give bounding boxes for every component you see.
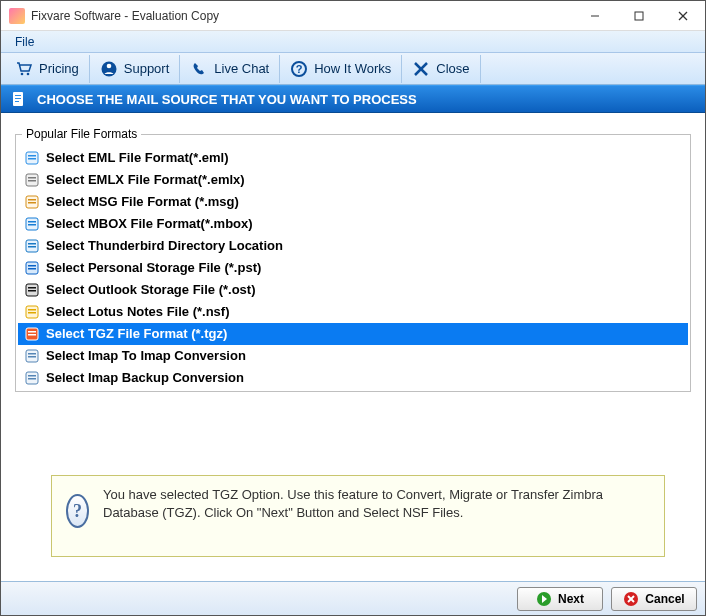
file-format-icon: [24, 304, 40, 320]
svg-rect-38: [28, 309, 36, 311]
format-option-label: Select Personal Storage File (*.pst): [46, 259, 261, 277]
maximize-button[interactable]: [617, 2, 661, 30]
format-option[interactable]: Select MBOX File Format(*.mbox): [18, 213, 688, 235]
format-option-label: Select Thunderbird Directory Location: [46, 237, 283, 255]
minimize-button[interactable]: [573, 2, 617, 30]
minimize-icon: [590, 11, 600, 21]
format-option[interactable]: Select EMLX File Format(*.emlx): [18, 169, 688, 191]
x-icon: [412, 60, 430, 78]
cancel-button-label: Cancel: [645, 592, 684, 606]
format-option[interactable]: Select Imap To Imap Conversion: [18, 345, 688, 367]
svg-rect-41: [28, 331, 36, 333]
svg-rect-15: [15, 101, 19, 102]
svg-text:?: ?: [296, 63, 303, 75]
support-icon: [100, 60, 118, 78]
formats-legend: Popular File Formats: [22, 127, 141, 141]
next-arrow-icon: [536, 591, 552, 607]
svg-rect-21: [28, 180, 36, 182]
format-option-label: Select Lotus Notes File (*.nsf): [46, 303, 229, 321]
phone-icon: [190, 60, 208, 78]
format-option[interactable]: Select Imap Backup Conversion: [18, 367, 688, 389]
toolbar-howitworks[interactable]: ? How It Works: [280, 55, 402, 83]
footer: Next Cancel: [1, 581, 705, 615]
file-format-icon: [24, 194, 40, 210]
svg-rect-17: [28, 155, 36, 157]
titlebar: Fixvare Software - Evaluation Copy: [1, 1, 705, 31]
file-format-icon: [24, 172, 40, 188]
toolbar-close[interactable]: Close: [402, 55, 480, 83]
file-format-icon: [24, 238, 40, 254]
app-window: Fixvare Software - Evaluation Copy File …: [0, 0, 706, 616]
svg-rect-27: [28, 224, 36, 226]
svg-rect-30: [28, 246, 36, 248]
format-option[interactable]: Select TGZ File Format (*.tgz): [18, 323, 688, 345]
info-icon: ?: [66, 494, 89, 528]
file-format-icon: [24, 150, 40, 166]
toolbar-livechat[interactable]: Live Chat: [180, 55, 280, 83]
format-option-label: Select EML File Format(*.eml): [46, 149, 229, 167]
format-option[interactable]: Select Lotus Notes File (*.nsf): [18, 301, 688, 323]
section-header: CHOOSE THE MAIL SOURCE THAT YOU WANT TO …: [1, 85, 705, 113]
file-format-icon: [24, 216, 40, 232]
svg-rect-36: [28, 290, 36, 292]
svg-rect-47: [28, 375, 36, 377]
toolbar-support-label: Support: [124, 61, 170, 76]
file-format-icon: [24, 370, 40, 386]
app-icon: [9, 8, 25, 24]
question-icon: ?: [290, 60, 308, 78]
cancel-button[interactable]: Cancel: [611, 587, 697, 611]
content-area: Popular File Formats Select EML File For…: [1, 113, 705, 581]
next-button-label: Next: [558, 592, 584, 606]
close-window-button[interactable]: [661, 2, 705, 30]
svg-rect-1: [635, 12, 643, 20]
svg-rect-42: [28, 334, 36, 336]
window-controls: [573, 2, 705, 30]
format-option[interactable]: Select MSG File Format (*.msg): [18, 191, 688, 213]
format-option-label: Select EMLX File Format(*.emlx): [46, 171, 245, 189]
toolbar-livechat-label: Live Chat: [214, 61, 269, 76]
svg-rect-20: [28, 177, 36, 179]
close-icon: [678, 11, 688, 21]
svg-point-7: [106, 63, 111, 68]
formats-group: Popular File Formats Select EML File For…: [15, 127, 691, 392]
format-option[interactable]: Select Personal Storage File (*.pst): [18, 257, 688, 279]
file-format-icon: [24, 326, 40, 342]
format-option-label: Select MBOX File Format(*.mbox): [46, 215, 253, 233]
menu-file[interactable]: File: [7, 33, 42, 51]
format-option-label: Select TGZ File Format (*.tgz): [46, 325, 227, 343]
svg-rect-18: [28, 158, 36, 160]
document-icon: [9, 90, 27, 108]
section-title: CHOOSE THE MAIL SOURCE THAT YOU WANT TO …: [37, 92, 417, 107]
next-button[interactable]: Next: [517, 587, 603, 611]
window-title: Fixvare Software - Evaluation Copy: [31, 9, 573, 23]
svg-point-4: [21, 72, 24, 75]
format-option[interactable]: Select Outlook Storage File (*.ost): [18, 279, 688, 301]
format-option-label: Select MSG File Format (*.msg): [46, 193, 239, 211]
svg-rect-24: [28, 202, 36, 204]
svg-rect-33: [28, 268, 36, 270]
format-option[interactable]: Select EML File Format(*.eml): [18, 147, 688, 169]
cart-icon: [15, 60, 33, 78]
menubar: File: [1, 31, 705, 53]
toolbar-howitworks-label: How It Works: [314, 61, 391, 76]
toolbar-support[interactable]: Support: [90, 55, 181, 83]
svg-rect-26: [28, 221, 36, 223]
format-option-label: Select Imap Backup Conversion: [46, 369, 244, 387]
toolbar-pricing-label: Pricing: [39, 61, 79, 76]
svg-rect-32: [28, 265, 36, 267]
svg-rect-39: [28, 312, 36, 314]
svg-rect-44: [28, 353, 36, 355]
file-format-icon: [24, 282, 40, 298]
toolbar-close-label: Close: [436, 61, 469, 76]
svg-point-5: [27, 72, 30, 75]
svg-rect-13: [15, 95, 21, 96]
toolbar-pricing[interactable]: Pricing: [5, 55, 90, 83]
svg-rect-48: [28, 378, 36, 380]
cancel-x-icon: [623, 591, 639, 607]
format-option[interactable]: Select Thunderbird Directory Location: [18, 235, 688, 257]
svg-rect-29: [28, 243, 36, 245]
file-format-icon: [24, 348, 40, 364]
file-format-icon: [24, 260, 40, 276]
toolbar: Pricing Support Live Chat ? How It Works…: [1, 53, 705, 85]
formats-list: Select EML File Format(*.eml)Select EMLX…: [18, 147, 688, 389]
